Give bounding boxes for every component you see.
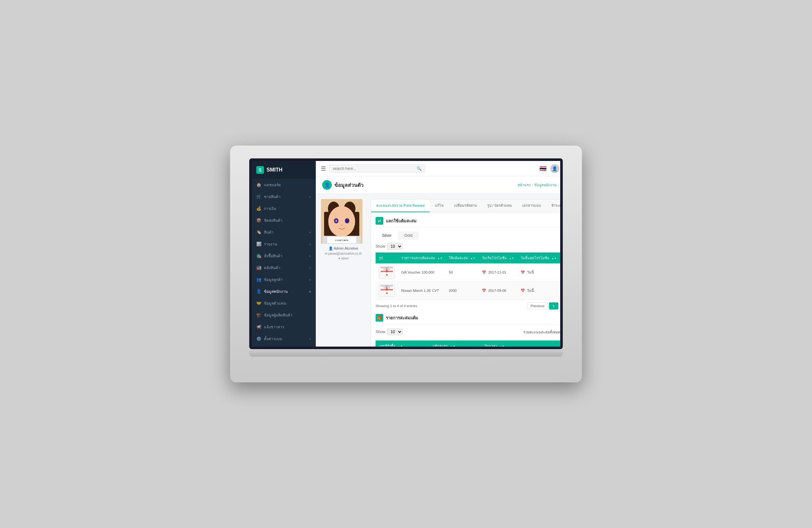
pagination-buttons: Previous 1 Next > [527, 302, 563, 310]
breadcrumb-sep-2: / [558, 183, 559, 187]
col-end-date: วันสิ้นสุดโปรโมชั่น ▲▼ [517, 253, 560, 263]
col-points-used: ใช้แต้มสะสม ▲▼ [446, 253, 479, 263]
sort-points-icon[interactable]: ▲▼ [470, 257, 475, 260]
table-controls: Show 10 25 50 [376, 243, 563, 250]
points-table: เลขที่สั่งซื้อ ▲▼ แต้มสะสม ▲▼ [376, 341, 563, 346]
sidebar-label-product: สินค้า [264, 229, 274, 235]
sidebar-item-manufacturer[interactable]: 🏗️ ข้อมูลผู้ผลิตสินค้า [252, 309, 316, 321]
tab-pay-wallet[interactable]: ชำระด้วย Wallet [546, 199, 563, 212]
username: atcreative [561, 167, 563, 171]
next-button[interactable]: Next > [560, 302, 563, 310]
employee-plus-icon: + [309, 289, 311, 294]
table-row: MAKE ¥100,000 🎁 [376, 282, 563, 300]
svg-point-7 [335, 219, 337, 222]
user-info[interactable]: 👤 atcreative ▾ [550, 164, 563, 173]
sort-end-icon[interactable]: ▲▼ [552, 257, 557, 260]
sidebar-label-warehouse: คลังสินค้า [264, 265, 280, 271]
svg-text:🎁: 🎁 [386, 292, 388, 295]
sidebar-label-manufacturer: ข้อมูลผู้ผลิตสินค้า [264, 312, 292, 318]
sidebar-label-dashboard: แดชบอร์ด [264, 182, 281, 188]
header: ☰ 🔍 🇹🇭 👤 atcreative ▾ [316, 161, 563, 176]
sidebar-item-warehouse[interactable]: 🏭 คลังสินค้า + [252, 262, 316, 274]
points-section-icon: 🎁 [376, 314, 383, 322]
table-row: MAKE ¥100,000 [376, 263, 563, 282]
search-box[interactable]: 🔍 [329, 165, 425, 172]
svg-point-19 [386, 270, 388, 272]
redeem-table: รูป รายการแลกแต้มสะสม ▲▼ ใช้แต้มสะสม [376, 253, 563, 300]
sidebar-item-report[interactable]: 📊 รายงาน + [252, 238, 316, 250]
panel-body: ⇄ แลกใช้แต้มสะสม Silver Gold Show [371, 213, 563, 346]
sort-points-earned-icon[interactable]: ▲▼ [450, 345, 455, 346]
purchase-plus-icon: + [309, 254, 311, 259]
col-order-no: เลขที่สั่งซื้อ ▲▼ [376, 341, 429, 346]
sort-description-icon[interactable]: ▲▼ [437, 257, 443, 260]
page-1-button[interactable]: 1 [549, 302, 558, 310]
news-icon: 📢 [256, 325, 261, 330]
tab-point-reward[interactable]: คะแนนสะสมรวม Point Reward [371, 199, 430, 212]
sidebar-item-employee[interactable]: 👤 ข้อมูลพนักงาน + [252, 285, 316, 297]
report-plus-icon: + [309, 242, 311, 247]
sort-start-icon[interactable]: ▲▼ [509, 257, 514, 260]
search-input[interactable] [333, 167, 415, 171]
svg-text:U CAN'T WITH: U CAN'T WITH [335, 239, 348, 241]
row2-action[interactable]: แลกใช้ [560, 282, 563, 300]
sidebar: S SMITH 🏠 แดชบอร์ด 🛒 ขายสินค้า + [252, 161, 316, 346]
breadcrumb-employee[interactable]: ข้อมูลพนักงาน [534, 182, 557, 188]
tab-edit[interactable]: แก้ไข [430, 199, 449, 212]
sidebar-label-sell: ขายสินค้า [264, 194, 280, 200]
sidebar-item-sell[interactable]: 🛒 ขายสินค้า + [252, 191, 316, 202]
points-show-label: Show [376, 330, 385, 334]
page-title: ข้อมูลส่วนตัว [334, 181, 363, 189]
sidebar-item-dashboard[interactable]: 🏠 แดชบอร์ด [252, 179, 316, 191]
row1-start: 📅 2017-11-01 [479, 263, 517, 282]
total-points: รวมคะแนนสะสมทั้งหมด : 237 แต้ม [523, 329, 563, 335]
purchase-icon: 🛍️ [256, 254, 261, 259]
redeem-section-icon: ⇄ [376, 217, 383, 225]
points-table-controls: Show 10 25 [376, 328, 403, 336]
sidebar-item-settings[interactable]: ⚙️ ตั้งค่าระบบ + [252, 333, 316, 345]
previous-button[interactable]: Previous [527, 302, 548, 310]
row2-description: Nissan March 1.2E CVT [398, 282, 446, 300]
sidebar-item-agent[interactable]: 🤝 ข้อมูลตัวแทน [252, 297, 316, 309]
customer-plus-icon: + [309, 277, 311, 282]
show-select[interactable]: 10 25 50 [387, 243, 403, 250]
sidebar-item-news[interactable]: 📢 แจ้งข่าวสาร [252, 321, 316, 333]
shipping-icon: 📦 [256, 218, 261, 223]
redeem-section-title: แลกใช้แต้มสะสม [386, 218, 417, 224]
breadcrumb: หน้าแรก / ข้อมูลพนักงาน / ข้อมูลส่วนตัว [518, 182, 563, 188]
finance-icon: 💰 [256, 206, 261, 211]
tab-documents[interactable]: เอกสารแนบ [517, 199, 546, 212]
tab-change-password[interactable]: เปลี่ยนรหัสผ่าน [449, 199, 482, 212]
points-show-select[interactable]: 10 25 [387, 328, 403, 336]
breadcrumb-sep-1: / [532, 183, 533, 187]
sidebar-item-finance[interactable]: 💰 การเงิน [252, 202, 316, 214]
product-icon: 🏷️ [256, 230, 261, 235]
sidebar-label-news: แจ้งข่าวสาร [264, 324, 284, 330]
sidebar-item-shipping[interactable]: 📦 จัดส่งสินค้า [252, 214, 316, 226]
warehouse-icon: 🏭 [256, 265, 261, 270]
breadcrumb-home[interactable]: หน้าแรก [518, 182, 531, 188]
flag-icon[interactable]: 🇹🇭 [539, 165, 547, 172]
sort-order-icon[interactable]: ▲▼ [398, 345, 403, 346]
sidebar-item-purchase[interactable]: 🛍️ สั่งซื้อสินค้า + [252, 250, 316, 262]
sub-tab-gold[interactable]: Gold [398, 231, 419, 240]
profile-name: 👤 Admin Atcretive [321, 246, 366, 251]
tab-photo-card[interactable]: รูป / บัตรตัวแทน [482, 199, 517, 212]
sub-tab-silver[interactable]: Silver [376, 231, 398, 240]
svg-point-4 [328, 206, 355, 237]
show-label: Show [376, 244, 385, 248]
sidebar-label-shipping: จัดส่งสินค้า [264, 217, 282, 223]
sidebar-item-product[interactable]: 🏷️ สินค้า + [252, 226, 316, 238]
sort-datetime-icon[interactable]: ▲▼ [499, 345, 505, 346]
row1-image: MAKE ¥100,000 [376, 263, 398, 282]
header-right: 🇹🇭 👤 atcreative ▾ [539, 164, 563, 173]
row2-points: 2000 [446, 282, 479, 300]
customer-icon: 👥 [256, 277, 261, 282]
row2-start: 📅 2017-09-06 [479, 282, 517, 300]
col-datetime: วัน/เวลา ▲▼ [481, 341, 563, 346]
manufacturer-icon: 🏗️ [256, 313, 261, 318]
profile-badge: ✦ silver [321, 257, 366, 260]
hamburger-icon[interactable]: ☰ [321, 165, 326, 172]
sidebar-item-customer[interactable]: 👥 ข้อมูลลูกค้า + [252, 274, 316, 285]
row1-action[interactable]: แลกใช้ [560, 263, 563, 282]
